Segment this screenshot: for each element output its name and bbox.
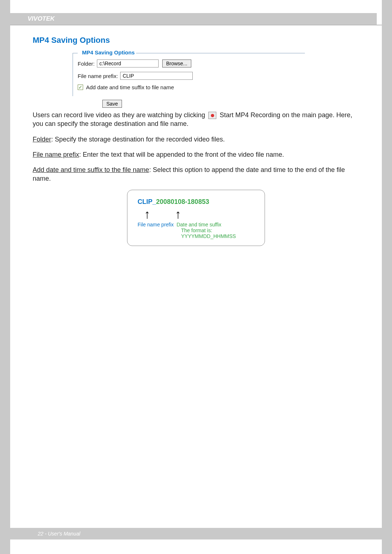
arrow-up-icon: ↑ bbox=[144, 208, 150, 220]
section-title: MP4 Saving Options bbox=[33, 36, 359, 45]
diagram-label-format: The format is: YYYYMMDD_HHMMSS bbox=[138, 227, 254, 239]
diagram-prefix: CLIP_ bbox=[138, 198, 156, 205]
diagram-suffix: 20080108-180853 bbox=[156, 198, 209, 205]
folder-heading: Folder bbox=[33, 136, 51, 143]
folder-label: Folder: bbox=[78, 61, 95, 67]
folder-input[interactable] bbox=[97, 59, 159, 67]
fieldset-legend: MP4 Saving Options bbox=[81, 49, 136, 56]
suffix-checkbox-label: Add date and time suffix to file name bbox=[86, 84, 174, 90]
browse-button[interactable]: Browse... bbox=[162, 59, 191, 67]
mp4-options-fieldset: MP4 Saving Options Folder: Browse... Fil… bbox=[73, 50, 305, 108]
prefix-input[interactable] bbox=[120, 72, 193, 80]
prefix-label: File name prefix: bbox=[78, 73, 118, 79]
suffix-heading: Add date and time suffix to the file nam… bbox=[33, 166, 149, 173]
body-text: Users can record live video as they are … bbox=[33, 111, 359, 183]
page-footer: 22 - User's Manual bbox=[10, 528, 382, 539]
suffix-checkbox[interactable]: ✓ bbox=[78, 85, 83, 90]
prefix-heading: File name prefix bbox=[33, 151, 79, 158]
intro-text-a: Users can record live video as they are … bbox=[33, 111, 207, 119]
diagram-label-suffix: Date and time suffix bbox=[176, 222, 221, 227]
brand-header: VIVOTEK bbox=[5, 13, 377, 25]
diagram-label-prefix: File name prefix bbox=[138, 222, 174, 227]
record-icon bbox=[208, 112, 216, 119]
folder-desc: : Specify the storage destination for th… bbox=[51, 136, 225, 143]
prefix-desc: : Enter the text that will be appended t… bbox=[79, 151, 284, 158]
arrow-up-icon: ↑ bbox=[175, 208, 181, 220]
filename-diagram: CLIP_20080108-180853 ↑ ↑ File name prefi… bbox=[127, 190, 265, 246]
save-button[interactable]: Save bbox=[102, 100, 122, 108]
